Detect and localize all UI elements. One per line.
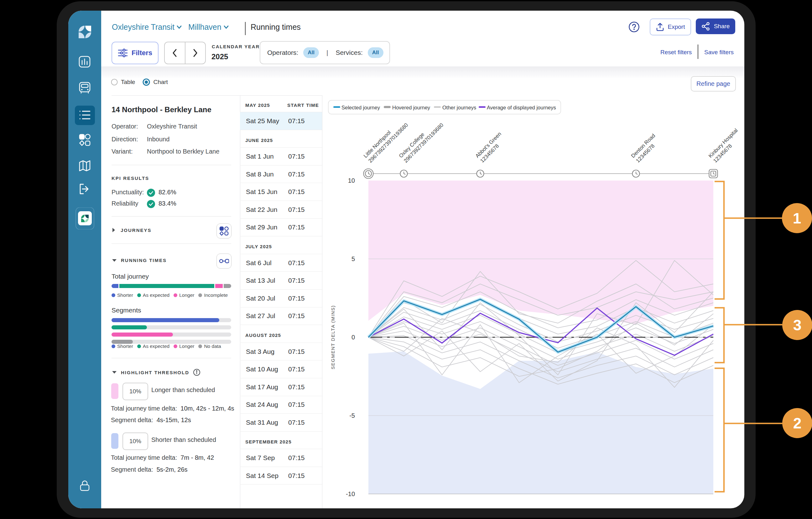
svg-text:1: 1 xyxy=(793,210,801,226)
svg-text:2: 2 xyxy=(793,415,802,432)
svg-text:3: 3 xyxy=(793,317,802,333)
